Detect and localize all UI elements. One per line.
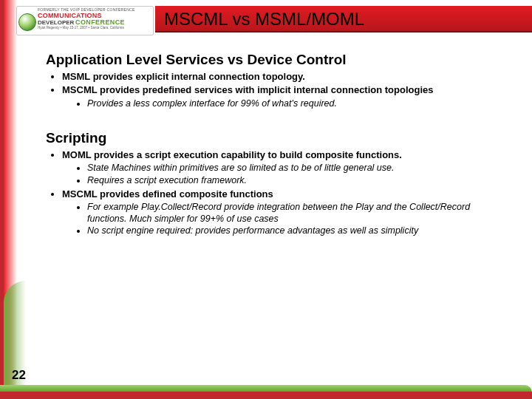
sub-bullets: State Machines within primitives are so …: [62, 163, 511, 186]
list-item: MOML provides a script execution capabil…: [62, 149, 511, 187]
slide-header: MSCML vs MSML/MOML FORMERLY THE VOIP DEV…: [0, 6, 532, 40]
section-heading-1: Application Level Services vs Device Con…: [46, 52, 511, 68]
list-item: MSML provides explicit internal connecti…: [62, 71, 511, 83]
logo-line-1: COMMUNICATIONS: [38, 12, 102, 19]
bottom-swoosh: [0, 380, 532, 399]
sub-bullets: Provides a less complex interface for 99…: [62, 98, 511, 110]
sub-bullets: For example Play.Collect/Record provide …: [62, 202, 511, 237]
section-1-bullets: MSML provides explicit internal connecti…: [46, 71, 511, 109]
logo-subline: Hyatt Regency • May 15-17, 2007 • Santa …: [38, 27, 151, 30]
left-decorative-rail: [0, 0, 30, 399]
bullet-text: MSCML provides defined composite functio…: [62, 188, 273, 200]
slide-content: Application Level Services vs Device Con…: [46, 46, 511, 369]
section-2-bullets: MOML provides a script execution capabil…: [46, 149, 511, 237]
list-item: Provides a less complex interface for 99…: [87, 98, 511, 110]
logo-line-3: CONFERENCE: [75, 18, 125, 26]
bullet-text: MSCML provides predefined services with …: [62, 84, 434, 95]
page-number: 22: [12, 368, 26, 383]
list-item: MSCML provides predefined services with …: [62, 84, 511, 109]
list-item: Requires a script execution framework.: [87, 175, 511, 187]
slide-title: MSCML vs MSML/MOML: [164, 9, 364, 30]
section-heading-2: Scripting: [46, 130, 511, 146]
swoosh-red: [0, 392, 532, 399]
bullet-text: MOML provides a script execution capabil…: [62, 149, 402, 160]
conference-logo: FORMERLY THE VOIP DEVELOPER CONFERENCE C…: [16, 6, 154, 35]
list-item: For example Play.Collect/Record provide …: [87, 202, 511, 225]
list-item: MSCML provides defined composite functio…: [62, 188, 511, 237]
logo-line-2: DEVELOPER: [38, 19, 74, 26]
globe-icon: [18, 13, 36, 31]
list-item: State Machines within primitives are so …: [87, 163, 511, 174]
list-item: No script engine required: provides perf…: [87, 225, 511, 237]
